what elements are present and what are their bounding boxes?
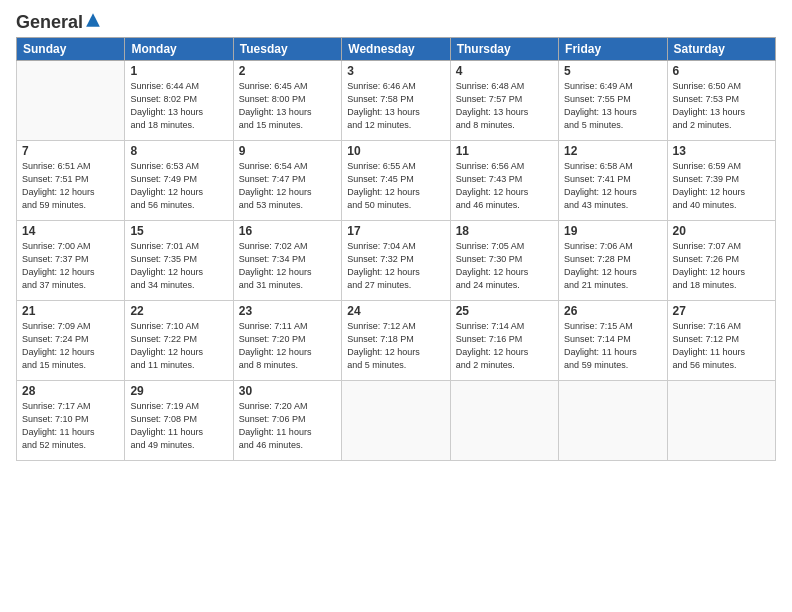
calendar-cell: 5Sunrise: 6:49 AM Sunset: 7:55 PM Daylig…: [559, 61, 667, 141]
day-info: Sunrise: 6:45 AM Sunset: 8:00 PM Dayligh…: [239, 80, 336, 132]
day-number: 18: [456, 224, 553, 238]
day-number: 7: [22, 144, 119, 158]
day-info: Sunrise: 6:49 AM Sunset: 7:55 PM Dayligh…: [564, 80, 661, 132]
day-number: 19: [564, 224, 661, 238]
calendar-cell: 28Sunrise: 7:17 AM Sunset: 7:10 PM Dayli…: [17, 381, 125, 461]
logo-triangle-icon: [85, 12, 101, 28]
day-info: Sunrise: 7:20 AM Sunset: 7:06 PM Dayligh…: [239, 400, 336, 452]
svg-marker-0: [86, 13, 100, 27]
calendar-cell: [450, 381, 558, 461]
day-info: Sunrise: 7:14 AM Sunset: 7:16 PM Dayligh…: [456, 320, 553, 372]
calendar-cell: 24Sunrise: 7:12 AM Sunset: 7:18 PM Dayli…: [342, 301, 450, 381]
day-number: 13: [673, 144, 770, 158]
day-number: 26: [564, 304, 661, 318]
calendar-cell: 29Sunrise: 7:19 AM Sunset: 7:08 PM Dayli…: [125, 381, 233, 461]
day-number: 4: [456, 64, 553, 78]
day-info: Sunrise: 7:12 AM Sunset: 7:18 PM Dayligh…: [347, 320, 444, 372]
day-info: Sunrise: 7:19 AM Sunset: 7:08 PM Dayligh…: [130, 400, 227, 452]
page: General SundayMondayTuesdayWednesdayThur…: [0, 0, 792, 612]
calendar-cell: [559, 381, 667, 461]
weekday-header-wednesday: Wednesday: [342, 38, 450, 61]
calendar-cell: 8Sunrise: 6:53 AM Sunset: 7:49 PM Daylig…: [125, 141, 233, 221]
day-info: Sunrise: 7:06 AM Sunset: 7:28 PM Dayligh…: [564, 240, 661, 292]
calendar-cell: 1Sunrise: 6:44 AM Sunset: 8:02 PM Daylig…: [125, 61, 233, 141]
day-number: 21: [22, 304, 119, 318]
day-info: Sunrise: 6:56 AM Sunset: 7:43 PM Dayligh…: [456, 160, 553, 212]
day-number: 9: [239, 144, 336, 158]
day-info: Sunrise: 7:17 AM Sunset: 7:10 PM Dayligh…: [22, 400, 119, 452]
day-number: 25: [456, 304, 553, 318]
week-row-1: 1Sunrise: 6:44 AM Sunset: 8:02 PM Daylig…: [17, 61, 776, 141]
calendar-cell: 2Sunrise: 6:45 AM Sunset: 8:00 PM Daylig…: [233, 61, 341, 141]
week-row-3: 14Sunrise: 7:00 AM Sunset: 7:37 PM Dayli…: [17, 221, 776, 301]
calendar-cell: 25Sunrise: 7:14 AM Sunset: 7:16 PM Dayli…: [450, 301, 558, 381]
calendar-cell: 9Sunrise: 6:54 AM Sunset: 7:47 PM Daylig…: [233, 141, 341, 221]
day-info: Sunrise: 7:00 AM Sunset: 7:37 PM Dayligh…: [22, 240, 119, 292]
day-number: 6: [673, 64, 770, 78]
day-number: 17: [347, 224, 444, 238]
header: General: [16, 12, 776, 29]
weekday-header-thursday: Thursday: [450, 38, 558, 61]
day-number: 8: [130, 144, 227, 158]
day-number: 12: [564, 144, 661, 158]
day-number: 28: [22, 384, 119, 398]
day-number: 23: [239, 304, 336, 318]
calendar-cell: 10Sunrise: 6:55 AM Sunset: 7:45 PM Dayli…: [342, 141, 450, 221]
day-number: 14: [22, 224, 119, 238]
calendar-cell: [17, 61, 125, 141]
day-info: Sunrise: 6:46 AM Sunset: 7:58 PM Dayligh…: [347, 80, 444, 132]
calendar-cell: 14Sunrise: 7:00 AM Sunset: 7:37 PM Dayli…: [17, 221, 125, 301]
day-number: 16: [239, 224, 336, 238]
calendar-cell: 27Sunrise: 7:16 AM Sunset: 7:12 PM Dayli…: [667, 301, 775, 381]
calendar-cell: 13Sunrise: 6:59 AM Sunset: 7:39 PM Dayli…: [667, 141, 775, 221]
day-info: Sunrise: 7:16 AM Sunset: 7:12 PM Dayligh…: [673, 320, 770, 372]
weekday-header-monday: Monday: [125, 38, 233, 61]
calendar-cell: 18Sunrise: 7:05 AM Sunset: 7:30 PM Dayli…: [450, 221, 558, 301]
day-info: Sunrise: 6:54 AM Sunset: 7:47 PM Dayligh…: [239, 160, 336, 212]
day-number: 30: [239, 384, 336, 398]
day-info: Sunrise: 7:05 AM Sunset: 7:30 PM Dayligh…: [456, 240, 553, 292]
day-number: 1: [130, 64, 227, 78]
week-row-4: 21Sunrise: 7:09 AM Sunset: 7:24 PM Dayli…: [17, 301, 776, 381]
calendar-cell: 11Sunrise: 6:56 AM Sunset: 7:43 PM Dayli…: [450, 141, 558, 221]
day-info: Sunrise: 7:07 AM Sunset: 7:26 PM Dayligh…: [673, 240, 770, 292]
day-info: Sunrise: 6:50 AM Sunset: 7:53 PM Dayligh…: [673, 80, 770, 132]
day-number: 22: [130, 304, 227, 318]
weekday-header-friday: Friday: [559, 38, 667, 61]
calendar-cell: [342, 381, 450, 461]
calendar-cell: 21Sunrise: 7:09 AM Sunset: 7:24 PM Dayli…: [17, 301, 125, 381]
calendar-cell: 22Sunrise: 7:10 AM Sunset: 7:22 PM Dayli…: [125, 301, 233, 381]
calendar-cell: 7Sunrise: 6:51 AM Sunset: 7:51 PM Daylig…: [17, 141, 125, 221]
calendar-cell: 6Sunrise: 6:50 AM Sunset: 7:53 PM Daylig…: [667, 61, 775, 141]
day-number: 3: [347, 64, 444, 78]
weekday-header-sunday: Sunday: [17, 38, 125, 61]
day-info: Sunrise: 6:53 AM Sunset: 7:49 PM Dayligh…: [130, 160, 227, 212]
day-info: Sunrise: 7:04 AM Sunset: 7:32 PM Dayligh…: [347, 240, 444, 292]
calendar-cell: 19Sunrise: 7:06 AM Sunset: 7:28 PM Dayli…: [559, 221, 667, 301]
calendar-cell: 15Sunrise: 7:01 AM Sunset: 7:35 PM Dayli…: [125, 221, 233, 301]
calendar-cell: 4Sunrise: 6:48 AM Sunset: 7:57 PM Daylig…: [450, 61, 558, 141]
calendar-cell: 16Sunrise: 7:02 AM Sunset: 7:34 PM Dayli…: [233, 221, 341, 301]
weekday-header-tuesday: Tuesday: [233, 38, 341, 61]
logo-general-text: General: [16, 12, 83, 33]
week-row-2: 7Sunrise: 6:51 AM Sunset: 7:51 PM Daylig…: [17, 141, 776, 221]
day-info: Sunrise: 6:58 AM Sunset: 7:41 PM Dayligh…: [564, 160, 661, 212]
day-info: Sunrise: 7:10 AM Sunset: 7:22 PM Dayligh…: [130, 320, 227, 372]
calendar-cell: 26Sunrise: 7:15 AM Sunset: 7:14 PM Dayli…: [559, 301, 667, 381]
day-number: 27: [673, 304, 770, 318]
day-info: Sunrise: 7:02 AM Sunset: 7:34 PM Dayligh…: [239, 240, 336, 292]
day-number: 11: [456, 144, 553, 158]
day-number: 5: [564, 64, 661, 78]
day-info: Sunrise: 6:59 AM Sunset: 7:39 PM Dayligh…: [673, 160, 770, 212]
day-info: Sunrise: 7:11 AM Sunset: 7:20 PM Dayligh…: [239, 320, 336, 372]
day-info: Sunrise: 6:55 AM Sunset: 7:45 PM Dayligh…: [347, 160, 444, 212]
day-info: Sunrise: 7:15 AM Sunset: 7:14 PM Dayligh…: [564, 320, 661, 372]
weekday-header-saturday: Saturday: [667, 38, 775, 61]
calendar-cell: 30Sunrise: 7:20 AM Sunset: 7:06 PM Dayli…: [233, 381, 341, 461]
day-number: 20: [673, 224, 770, 238]
logo: General: [16, 12, 101, 29]
header-row: SundayMondayTuesdayWednesdayThursdayFrid…: [17, 38, 776, 61]
day-number: 24: [347, 304, 444, 318]
day-number: 2: [239, 64, 336, 78]
day-info: Sunrise: 6:51 AM Sunset: 7:51 PM Dayligh…: [22, 160, 119, 212]
